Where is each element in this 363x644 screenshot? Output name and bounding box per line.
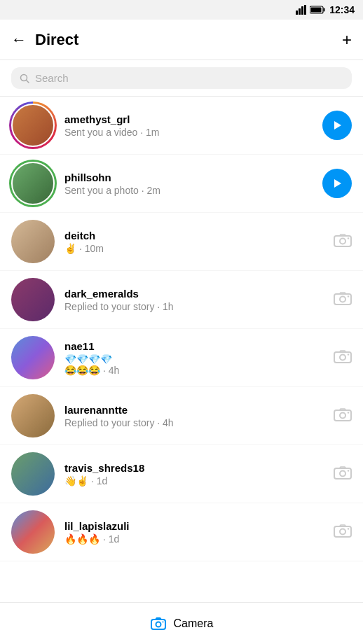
avatar <box>11 162 55 205</box>
svg-point-19 <box>348 354 349 355</box>
svg-rect-17 <box>334 352 351 363</box>
svg-rect-29 <box>151 620 165 629</box>
conversation-action[interactable] <box>322 169 352 198</box>
svg-point-21 <box>340 413 345 419</box>
avatar <box>11 336 55 379</box>
conversation-username: phillsohn <box>64 172 314 183</box>
conversation-action <box>334 349 352 367</box>
svg-rect-20 <box>334 410 351 421</box>
avatar <box>11 278 55 321</box>
status-icons <box>296 5 325 15</box>
conversation-subtitle: Sent you a photo · 2m <box>64 185 314 196</box>
status-bar: 12:34 <box>0 0 363 20</box>
avatar <box>11 104 55 147</box>
conversation-action <box>334 465 352 483</box>
svg-point-22 <box>348 412 349 413</box>
list-item[interactable]: lil_lapislazuli🔥🔥🔥 · 1d <box>0 503 363 561</box>
svg-rect-3 <box>304 5 306 15</box>
conversation-info: amethyst_grlSent you a video · 1m <box>64 113 314 138</box>
conversation-info: travis_shreds18👋✌️ · 1d <box>64 462 325 486</box>
play-button[interactable] <box>322 169 352 198</box>
conversation-action <box>334 407 352 425</box>
list-item[interactable]: laurenanntteReplied to your story · 4h <box>0 387 363 445</box>
page-title: Direct <box>35 31 342 49</box>
search-container: Search <box>0 60 363 97</box>
conversation-info: lil_lapislazuli🔥🔥🔥 · 1d <box>64 520 325 545</box>
search-box[interactable]: Search <box>11 67 352 89</box>
camera-icon <box>334 465 352 483</box>
conversation-username: lil_lapislazuli <box>64 520 325 532</box>
camera-action-icon <box>334 349 352 364</box>
camera-action-icon <box>334 407 352 422</box>
camera-icon <box>334 407 352 425</box>
list-item[interactable]: amethyst_grlSent you a video · 1m <box>0 97 363 155</box>
conversation-info: phillsohnSent you a photo · 2m <box>64 172 314 196</box>
svg-point-24 <box>340 471 345 477</box>
list-item[interactable]: phillsohnSent you a photo · 2m <box>0 155 363 213</box>
camera-action-icon <box>334 290 352 306</box>
search-icon <box>20 74 29 83</box>
camera-action-icon <box>334 523 352 538</box>
svg-point-13 <box>348 237 349 239</box>
svg-point-31 <box>162 621 163 622</box>
conversation-username: dark_emeralds <box>64 288 325 300</box>
conversation-username: nae11 <box>64 340 325 352</box>
play-button[interactable] <box>322 111 352 140</box>
avatar <box>11 394 55 438</box>
list-item[interactable]: nae11💎💎💎💎😂😂😂 · 4h <box>0 329 363 387</box>
svg-rect-6 <box>311 8 322 13</box>
signal-icon <box>296 5 307 15</box>
svg-marker-10 <box>334 179 341 188</box>
avatar <box>11 510 55 554</box>
conversation-info: deitch✌️ · 10m <box>64 230 325 254</box>
play-icon <box>331 120 343 131</box>
conversation-subtitle: ✌️ · 10m <box>64 243 325 254</box>
conversation-info: dark_emeraldsReplied to your story · 1h <box>64 288 325 312</box>
conversation-username: travis_shreds18 <box>64 462 325 474</box>
camera-action-icon <box>334 232 352 248</box>
conversation-action <box>334 523 352 541</box>
play-icon <box>331 178 343 189</box>
camera-icon <box>334 349 352 367</box>
conversation-username: deitch <box>64 230 325 241</box>
conversation-action <box>334 290 352 309</box>
search-placeholder: Search <box>35 72 69 84</box>
conversation-subtitle: Replied to your story · 1h <box>64 301 325 312</box>
camera-icon <box>334 290 352 309</box>
camera-icon <box>334 232 352 251</box>
svg-rect-2 <box>301 6 303 15</box>
svg-rect-1 <box>299 8 301 15</box>
conversation-username: amethyst_grl <box>64 113 314 125</box>
svg-point-16 <box>348 295 349 297</box>
svg-rect-0 <box>296 10 298 15</box>
svg-rect-11 <box>334 236 351 246</box>
svg-rect-5 <box>324 8 325 12</box>
camera-icon <box>334 523 352 541</box>
list-item[interactable]: dark_emeraldsReplied to your story · 1h <box>0 271 363 329</box>
conversation-subtitle: Replied to your story · 4h <box>64 417 325 428</box>
list-item[interactable]: travis_shreds18👋✌️ · 1d <box>0 445 363 503</box>
bottom-bar[interactable]: Camera <box>0 602 363 644</box>
battery-icon <box>310 6 325 14</box>
svg-rect-14 <box>334 294 351 304</box>
list-item[interactable]: deitch✌️ · 10m <box>0 213 363 271</box>
add-button[interactable]: + <box>342 30 352 50</box>
header: ← Direct + <box>0 20 363 60</box>
back-button[interactable]: ← <box>11 31 27 49</box>
svg-point-25 <box>348 470 349 471</box>
conversation-action <box>334 232 352 251</box>
svg-point-28 <box>348 528 349 529</box>
svg-line-8 <box>27 80 29 83</box>
svg-point-15 <box>340 297 345 302</box>
svg-marker-9 <box>334 121 341 130</box>
conversation-subtitle: Sent you a video · 1m <box>64 127 314 138</box>
camera-label: Camera <box>174 617 214 630</box>
conversation-subtitle: 👋✌️ · 1d <box>64 475 325 486</box>
svg-point-30 <box>156 622 160 626</box>
camera-bottom-icon <box>150 615 167 632</box>
conversation-list: amethyst_grlSent you a video · 1mphillso… <box>0 97 363 561</box>
conversation-action[interactable] <box>322 111 352 140</box>
svg-point-27 <box>340 529 345 535</box>
conversation-info: nae11💎💎💎💎😂😂😂 · 4h <box>64 340 325 376</box>
status-time: 12:34 <box>329 4 355 15</box>
